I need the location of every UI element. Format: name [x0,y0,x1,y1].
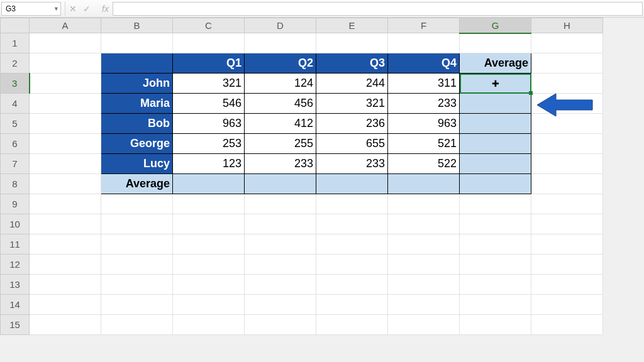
fx-label[interactable]: fx [102,4,109,14]
spreadsheet-grid[interactable]: A B C D E F G H 1 2 Q1 Q2 Q3 Q4 Average … [0,18,644,335]
cell-H3[interactable] [531,74,603,94]
cell-F13[interactable] [388,275,460,295]
cell-E14[interactable] [316,295,388,315]
cell-A7[interactable] [30,154,101,174]
row-header-7[interactable]: 7 [1,154,30,174]
row-header-5[interactable]: 5 [1,114,30,134]
cell-A4[interactable] [30,94,101,114]
col-header-E[interactable]: E [316,18,388,33]
cell-F14[interactable] [388,295,460,315]
fill-handle[interactable] [529,91,533,95]
cell-G3[interactable]: ✚ [460,74,531,94]
cell-B8[interactable]: Average [101,174,173,194]
cell-H10[interactable] [531,214,603,234]
row-header-15[interactable]: 15 [1,315,30,335]
cell-F12[interactable] [388,255,460,275]
row-header-3[interactable]: 3 [1,74,30,94]
row-header-8[interactable]: 8 [1,174,30,194]
cell-F10[interactable] [388,214,460,234]
row-header-11[interactable]: 11 [1,234,30,255]
cell-E5[interactable]: 236 [316,114,388,134]
cell-G5[interactable] [460,114,531,134]
cell-G10[interactable] [460,214,531,234]
cell-B14[interactable] [101,295,173,315]
cell-G8[interactable] [460,174,531,194]
cell-G13[interactable] [460,275,531,295]
row-header-12[interactable]: 12 [1,255,30,275]
cell-B12[interactable] [101,255,173,275]
name-box[interactable]: G3 ▼ [1,2,61,16]
cell-D9[interactable] [245,194,316,214]
cell-D8[interactable] [245,174,316,194]
cell-D14[interactable] [245,295,316,315]
col-header-H[interactable]: H [531,18,603,33]
cell-B2[interactable] [101,53,173,74]
cell-H13[interactable] [531,275,603,295]
cell-A14[interactable] [30,295,101,315]
cell-B1[interactable] [101,33,173,53]
cell-C8[interactable] [173,174,245,194]
cell-D3[interactable]: 124 [245,74,316,94]
cell-H8[interactable] [531,174,603,194]
row-header-6[interactable]: 6 [1,134,30,154]
row-header-4[interactable]: 4 [1,94,30,114]
cell-E12[interactable] [316,255,388,275]
cell-C3[interactable]: 321 [173,74,245,94]
cell-A11[interactable] [30,234,101,255]
cell-A3[interactable] [30,74,101,94]
cell-C11[interactable] [173,234,245,255]
cell-F1[interactable] [388,33,460,53]
cell-B10[interactable] [101,214,173,234]
cell-H1[interactable] [531,33,603,53]
cell-A1[interactable] [30,33,101,53]
cell-D15[interactable] [245,315,316,335]
cell-D6[interactable]: 255 [245,134,316,154]
cell-D12[interactable] [245,255,316,275]
cell-H14[interactable] [531,295,603,315]
col-header-F[interactable]: F [388,18,460,33]
cell-D13[interactable] [245,275,316,295]
cell-A10[interactable] [30,214,101,234]
col-header-C[interactable]: C [173,18,245,33]
row-header-13[interactable]: 13 [1,275,30,295]
cell-C5[interactable]: 963 [173,114,245,134]
cell-F11[interactable] [388,234,460,255]
cell-A6[interactable] [30,134,101,154]
cell-D1[interactable] [245,33,316,53]
cell-G9[interactable] [460,194,531,214]
cell-C9[interactable] [173,194,245,214]
cell-F5[interactable]: 963 [388,114,460,134]
cell-B7[interactable]: Lucy [101,154,173,174]
cell-A13[interactable] [30,275,101,295]
cell-A15[interactable] [30,315,101,335]
cell-C15[interactable] [173,315,245,335]
select-all-corner[interactable] [1,18,30,33]
cell-H12[interactable] [531,255,603,275]
cell-G12[interactable] [460,255,531,275]
cell-C2[interactable]: Q1 [173,53,245,74]
cell-G6[interactable] [460,134,531,154]
cell-C12[interactable] [173,255,245,275]
cell-D11[interactable] [245,234,316,255]
chevron-down-icon[interactable]: ▼ [53,6,59,12]
cell-A5[interactable] [30,114,101,134]
cell-A12[interactable] [30,255,101,275]
cell-A2[interactable] [30,53,101,74]
cell-B5[interactable]: Bob [101,114,173,134]
row-header-1[interactable]: 1 [1,33,30,53]
cell-D10[interactable] [245,214,316,234]
cell-E10[interactable] [316,214,388,234]
cell-G1[interactable] [460,33,531,53]
cell-E11[interactable] [316,234,388,255]
cell-B11[interactable] [101,234,173,255]
cell-H9[interactable] [531,194,603,214]
cell-E15[interactable] [316,315,388,335]
cell-B13[interactable] [101,275,173,295]
row-header-9[interactable]: 9 [1,194,30,214]
cell-B6[interactable]: George [101,134,173,154]
cell-G4[interactable] [460,94,531,114]
cell-E3[interactable]: 244 [316,74,388,94]
cell-F6[interactable]: 521 [388,134,460,154]
cell-D7[interactable]: 233 [245,154,316,174]
cell-E4[interactable]: 321 [316,94,388,114]
